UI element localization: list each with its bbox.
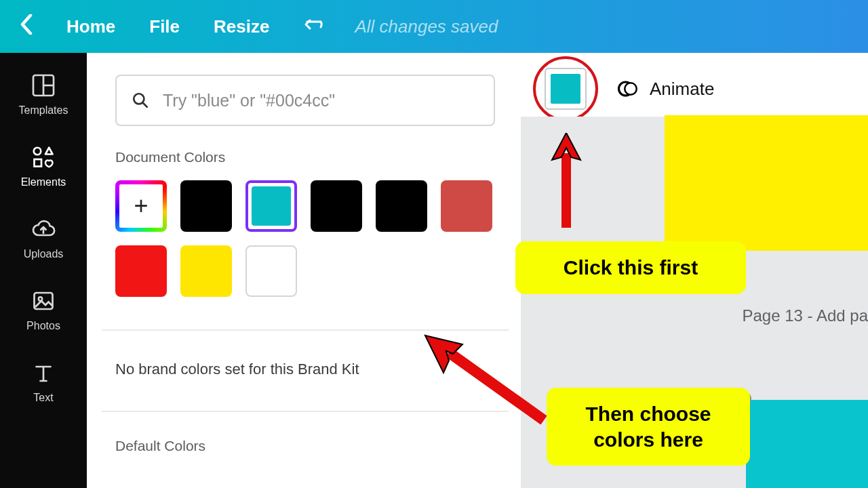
animate-icon <box>617 79 637 99</box>
svg-rect-4 <box>34 159 41 167</box>
elements-icon <box>31 145 56 169</box>
sidebar-item-photos[interactable]: Photos <box>26 289 60 332</box>
sidebar-item-templates[interactable]: Templates <box>19 73 68 117</box>
add-color-swatch[interactable]: + <box>115 180 167 232</box>
sidebar-item-label: Text <box>33 392 53 404</box>
animate-button[interactable]: Animate <box>617 79 714 100</box>
home-menu[interactable]: Home <box>66 16 115 37</box>
color-chip-annotation-wrap <box>533 56 598 121</box>
fill-color-button[interactable] <box>545 68 587 110</box>
color-swatch-cyan-selected[interactable] <box>245 180 297 232</box>
sidebar-item-label: Photos <box>26 320 60 332</box>
svg-line-8 <box>142 102 147 107</box>
undo-button[interactable] <box>303 15 328 39</box>
photos-icon <box>31 289 56 313</box>
color-swatch-black-2[interactable] <box>311 180 362 232</box>
canvas-element-cyan-selected[interactable] <box>746 400 868 488</box>
svg-point-3 <box>34 148 41 155</box>
sidebar-item-text[interactable]: Text <box>31 361 56 404</box>
save-status: All changes saved <box>355 16 498 37</box>
color-search-input[interactable] <box>163 91 479 110</box>
chevron-left-icon <box>20 14 33 35</box>
color-search[interactable] <box>115 75 495 126</box>
color-swatch-black[interactable] <box>180 180 232 232</box>
text-icon <box>31 361 56 385</box>
color-swatch-black-3[interactable] <box>376 180 427 232</box>
annotation-callout-step1: Click this first <box>515 241 746 294</box>
color-swatch-red[interactable] <box>115 245 167 297</box>
top-menu-bar: Home File Resize All changes saved <box>0 0 868 53</box>
sidebar-item-label: Uploads <box>24 248 64 260</box>
sidebar-item-label: Elements <box>21 176 66 188</box>
color-swatch-yellow[interactable] <box>180 245 232 297</box>
fill-color-preview <box>551 74 580 104</box>
sidebar-item-uploads[interactable]: Uploads <box>24 217 64 260</box>
svg-point-10 <box>625 83 637 95</box>
annotation-callout-step2: Then choose colors here <box>547 388 750 466</box>
file-menu[interactable]: File <box>149 16 180 37</box>
annotation-arrow-up <box>548 133 585 228</box>
sidebar-item-elements[interactable]: Elements <box>21 145 66 188</box>
left-sidebar: Templates Elements Uploads Photos Text <box>0 53 87 488</box>
templates-icon <box>31 73 56 98</box>
svg-rect-5 <box>35 293 53 309</box>
document-colors-row: + <box>115 180 495 297</box>
color-swatch-red-muted[interactable] <box>441 180 492 232</box>
page-label[interactable]: Page 13 - Add pa <box>743 306 868 325</box>
annotation-arrow-left <box>415 325 551 427</box>
context-toolbar: Animate <box>521 61 868 117</box>
default-colors-heading: Default Colors <box>115 438 494 454</box>
resize-menu[interactable]: Resize <box>214 16 269 37</box>
undo-icon <box>303 15 328 34</box>
search-icon <box>132 92 149 109</box>
uploads-icon <box>31 217 56 241</box>
back-button[interactable] <box>20 14 33 39</box>
document-colors-heading: Document Colors <box>115 149 494 165</box>
sidebar-item-label: Templates <box>19 104 68 117</box>
canvas-element-yellow[interactable] <box>665 115 868 251</box>
animate-label: Animate <box>650 79 714 100</box>
color-swatch-white[interactable] <box>245 245 297 297</box>
